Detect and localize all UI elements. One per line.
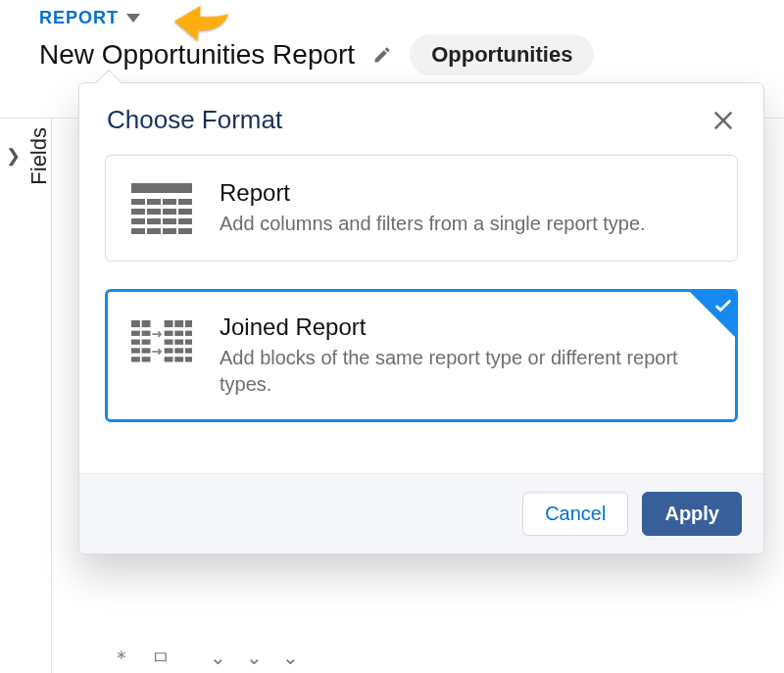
close-icon[interactable] [710,108,736,133]
svg-rect-34 [174,339,183,344]
svg-rect-3 [163,199,176,205]
svg-rect-23 [131,348,140,353]
svg-rect-1 [131,199,145,205]
format-option-title: Joined Report [220,313,711,341]
report-type-dropdown[interactable]: REPORT [39,8,140,28]
svg-rect-29 [185,320,192,327]
svg-rect-16 [178,228,192,234]
svg-rect-15 [163,228,176,234]
svg-rect-17 [131,320,140,327]
table-icon [131,183,192,234]
record-type-pill[interactable]: Opportunities [410,34,594,75]
format-option-desc: Add columns and filters from a single re… [220,211,646,237]
report-type-label: REPORT [39,8,119,28]
svg-rect-39 [165,357,173,361]
svg-rect-0 [131,183,192,193]
svg-rect-18 [142,320,151,327]
svg-rect-37 [174,348,183,353]
svg-rect-12 [178,218,192,224]
svg-rect-41 [185,357,192,361]
svg-rect-5 [131,209,145,215]
svg-rect-25 [131,357,140,361]
svg-rect-2 [147,199,161,205]
svg-rect-10 [147,218,161,224]
apply-button[interactable]: Apply [642,492,742,536]
svg-rect-4 [178,199,192,205]
svg-rect-11 [163,218,176,224]
svg-rect-35 [185,339,192,344]
svg-rect-21 [131,339,140,344]
svg-rect-20 [142,331,151,336]
modal-title: Choose Format [107,105,282,135]
svg-rect-22 [142,339,151,344]
truncated-text: ＊ ㅁ ⌄ ⌄ ⌄ [112,645,299,671]
fields-panel-label: Fields [26,127,52,185]
svg-rect-36 [165,348,173,353]
svg-rect-32 [185,331,192,336]
svg-rect-14 [147,228,161,234]
svg-rect-28 [174,320,183,327]
annotation-arrow-icon [171,0,231,47]
format-option-title: Report [220,179,646,207]
svg-rect-30 [165,331,173,336]
svg-rect-26 [142,357,151,361]
choose-format-modal: Choose Format Report Add columns and fil… [78,82,764,554]
svg-rect-7 [163,209,176,215]
svg-rect-13 [131,228,145,234]
svg-rect-38 [185,348,192,353]
chevron-right-icon: ❯ [6,145,21,167]
modal-footer: Cancel Apply [79,473,763,553]
svg-rect-8 [178,209,192,215]
selected-check-icon [687,289,738,340]
svg-rect-9 [131,218,145,224]
svg-rect-40 [174,357,183,361]
report-title-row: New Opportunities Report Opportunities [39,34,784,75]
svg-rect-33 [165,339,173,344]
edit-pencil-icon[interactable] [372,45,392,65]
format-option-report[interactable]: Report Add columns and filters from a si… [105,155,738,262]
caret-down-icon [126,14,140,23]
divider-vertical [51,118,52,673]
svg-rect-31 [174,331,183,336]
fields-panel-toggle[interactable]: ❯ Fields [6,127,52,185]
cancel-button[interactable]: Cancel [522,492,628,536]
svg-rect-24 [142,348,151,353]
joined-table-icon [131,317,192,368]
svg-rect-27 [165,320,173,327]
svg-rect-19 [131,331,140,336]
format-option-desc: Add blocks of the same report type or di… [220,345,711,398]
svg-rect-6 [147,209,161,215]
format-option-joined-report[interactable]: Joined Report Add blocks of the same rep… [105,289,738,422]
